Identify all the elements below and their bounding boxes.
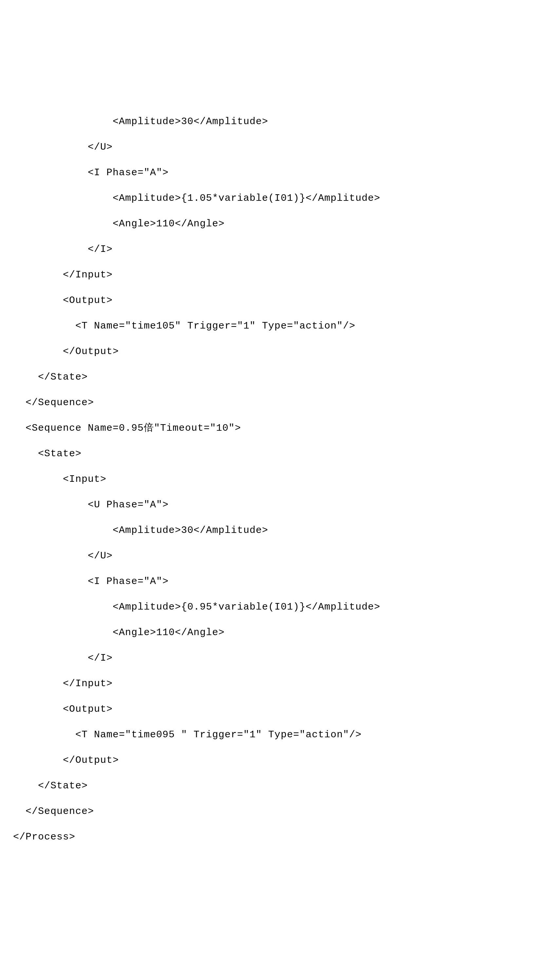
code-line: <Output>: [13, 288, 547, 313]
code-block: <Amplitude>30</Amplitude> </U> <I Phase=…: [13, 109, 547, 850]
code-line: </Output>: [13, 339, 547, 364]
code-line: </Process>: [13, 824, 547, 850]
code-line: <Amplitude>30</Amplitude>: [13, 109, 547, 134]
code-line: </State>: [13, 773, 547, 798]
code-line: <Angle>110</Angle>: [13, 620, 547, 645]
code-line: <T Name="time105" Trigger="1" Type="acti…: [13, 313, 547, 339]
code-line: <Angle>110</Angle>: [13, 211, 547, 237]
code-line: </U>: [13, 134, 547, 160]
code-line: <I Phase="A">: [13, 160, 547, 185]
code-line: <Amplitude>30</Amplitude>: [13, 518, 547, 543]
code-line: <Output>: [13, 697, 547, 722]
code-line: <State>: [13, 441, 547, 467]
code-line: </Input>: [13, 671, 547, 697]
code-line: <Amplitude>{0.95*variable(I01)}</Amplitu…: [13, 594, 547, 620]
code-line: </Input>: [13, 262, 547, 288]
code-line: <Sequence Name=0.95倍"Timeout="10">: [13, 415, 547, 441]
code-line: </Output>: [13, 747, 547, 773]
code-line: <U Phase="A">: [13, 492, 547, 518]
code-line: </Sequence>: [13, 390, 547, 415]
code-line: </State>: [13, 364, 547, 390]
code-line: </Sequence>: [13, 798, 547, 824]
code-line: <I Phase="A">: [13, 568, 547, 594]
code-line: <T Name="time095 " Trigger="1" Type="act…: [13, 722, 547, 747]
code-line: </I>: [13, 645, 547, 671]
code-line: <Input>: [13, 467, 547, 492]
code-line: </U>: [13, 543, 547, 568]
code-line: <Amplitude>{1.05*variable(I01)}</Amplitu…: [13, 185, 547, 211]
code-line: </I>: [13, 237, 547, 262]
